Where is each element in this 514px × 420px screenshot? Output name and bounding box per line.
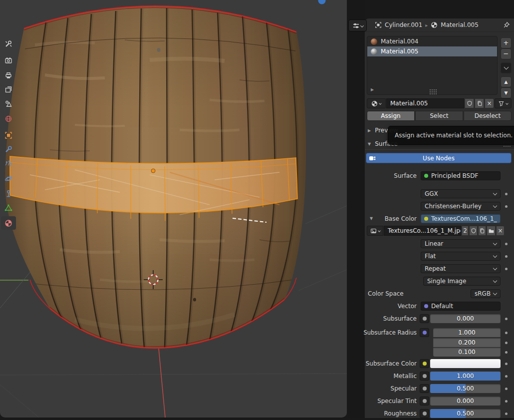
radius-z-field[interactable]: 0.100 <box>433 348 501 357</box>
subsurface-slider[interactable]: 0.000 <box>430 314 501 323</box>
use-nodes-button[interactable]: Use Nodes <box>366 153 512 163</box>
metallic-slider[interactable]: 1.000 <box>430 372 501 381</box>
tab-active-tool[interactable] <box>1 37 16 50</box>
specular-tint-socket[interactable] <box>420 397 429 406</box>
slot-specials-menu-button[interactable] <box>501 62 512 73</box>
surface-shader-button[interactable]: Principled BSDF <box>421 171 501 180</box>
subsurface-method-dropdown[interactable]: Christensen-Burley <box>421 202 501 211</box>
tab-physics[interactable] <box>1 172 16 185</box>
select-button[interactable]: Select <box>415 111 463 121</box>
specials-filter-button[interactable] <box>495 98 512 108</box>
image-icon <box>370 228 377 234</box>
specular-socket[interactable] <box>420 384 429 393</box>
slot-label: Material.005 <box>381 48 418 55</box>
base-color-link-button[interactable]: TexturesCom...106_1_M.jpg <box>421 214 501 223</box>
keyframe-dot[interactable] <box>505 205 508 208</box>
material-slot-row-selected[interactable]: Material.005 <box>367 46 497 56</box>
tab-object[interactable] <box>1 128 16 142</box>
tab-constraints[interactable] <box>1 187 16 200</box>
source-dropdown[interactable]: Single Image <box>423 277 501 286</box>
move-slot-up-button[interactable]: ▲ <box>501 76 512 87</box>
tab-output[interactable] <box>1 68 16 82</box>
subsurface-radius-socket[interactable] <box>420 328 429 337</box>
move-slot-down-button[interactable]: ▼ <box>501 87 512 98</box>
image-copy-button[interactable] <box>478 226 486 236</box>
collapse-right-icon: ▶ <box>368 128 371 133</box>
keyframe-dot[interactable] <box>505 400 508 403</box>
unlink-image-button[interactable]: × <box>496 226 505 236</box>
image-fake-user-button[interactable] <box>469 226 478 236</box>
color-space-dropdown[interactable]: sRGB <box>471 289 501 298</box>
image-name-field[interactable]: TexturesCo...106_1_M.jpg <box>384 226 461 236</box>
radius-x-field[interactable]: 1.000 <box>433 328 501 337</box>
projection-dropdown[interactable]: Flat <box>421 252 501 261</box>
material-slot-row[interactable]: Material.004 <box>367 36 497 46</box>
keyframe-dot[interactable] <box>505 243 508 245</box>
keyframe-dot[interactable] <box>505 413 508 415</box>
keyframe-dot[interactable] <box>505 388 508 390</box>
radius-y-field[interactable]: 0.200 <box>433 338 501 347</box>
deselect-button[interactable]: Deselect <box>464 111 512 121</box>
editor-type-button[interactable] <box>348 19 367 31</box>
slot-label: Material.004 <box>381 38 418 45</box>
keyframe-dot[interactable] <box>505 363 508 365</box>
shader-socket-dot <box>424 174 428 178</box>
material-name-field[interactable]: Material.005 <box>386 98 464 108</box>
fake-user-button[interactable] <box>465 98 474 108</box>
chevron-down-icon <box>493 291 497 295</box>
keyframe-dot[interactable] <box>505 193 508 195</box>
folder-icon <box>488 228 495 234</box>
metallic-socket[interactable] <box>420 372 429 381</box>
list-resize-grip[interactable] <box>429 89 438 94</box>
extension-dropdown[interactable]: Repeat <box>421 264 501 273</box>
tab-object-data[interactable] <box>1 201 16 214</box>
breadcrumb-material[interactable]: Material.005 <box>441 21 478 28</box>
3d-viewport[interactable] <box>0 0 347 418</box>
specular-slider[interactable]: 0.500 <box>430 384 501 393</box>
keyframe-dot[interactable] <box>505 351 508 354</box>
navigation-gizmo-dot[interactable] <box>318 0 326 4</box>
breadcrumb-object[interactable]: Cylinder.001 <box>385 21 422 28</box>
tab-view-layer[interactable] <box>1 82 16 96</box>
tab-particles[interactable] <box>1 157 16 170</box>
distribution-dropdown[interactable]: GGX <box>421 189 501 198</box>
chevron-down-icon <box>504 65 509 70</box>
keyframe-dot[interactable] <box>505 255 508 258</box>
add-slot-button[interactable]: + <box>501 37 512 48</box>
keyframe-dot[interactable] <box>505 268 508 270</box>
assign-button[interactable]: Assign <box>367 111 415 121</box>
subsurface-color-socket[interactable] <box>420 359 429 368</box>
images-icon <box>4 85 12 93</box>
subsurface-color-swatch[interactable] <box>430 359 501 368</box>
browse-material-button[interactable] <box>367 98 386 108</box>
color-socket-dot <box>423 362 427 366</box>
roughness-slider[interactable]: 0.500 <box>430 409 501 418</box>
list-filter-expand-icon[interactable]: ▶ <box>371 87 374 92</box>
material-icon <box>4 219 12 227</box>
tab-material[interactable] <box>1 216 16 230</box>
panel-separator <box>365 149 514 150</box>
keyframe-dot[interactable] <box>505 342 508 344</box>
tab-world[interactable] <box>1 112 16 125</box>
keyframe-dot[interactable] <box>505 332 508 334</box>
chevron-down-icon <box>493 191 497 195</box>
keyframe-dot[interactable] <box>505 318 508 320</box>
specular-tint-slider[interactable]: 0.000 <box>430 397 501 406</box>
image-users-count-button[interactable]: 2 <box>462 226 469 236</box>
new-material-copy-button[interactable] <box>475 98 484 108</box>
remove-slot-button[interactable]: − <box>501 48 512 59</box>
tab-modifiers[interactable] <box>1 142 16 156</box>
tab-render[interactable] <box>1 53 16 67</box>
keyframe-dot[interactable] <box>505 375 508 378</box>
vector-link-button[interactable]: Default <box>421 302 501 311</box>
open-image-button[interactable] <box>487 226 496 236</box>
subsurface-socket[interactable] <box>420 314 429 323</box>
barrel-object <box>5 6 306 348</box>
pin-icon[interactable] <box>503 21 510 28</box>
tab-scene[interactable] <box>1 97 16 110</box>
browse-image-button[interactable] <box>367 226 383 236</box>
interpolation-dropdown[interactable]: Linear <box>421 239 501 248</box>
specular-tint-label: Specular Tint <box>347 398 417 405</box>
unlink-material-button[interactable]: × <box>485 98 494 108</box>
roughness-socket[interactable] <box>420 409 429 418</box>
